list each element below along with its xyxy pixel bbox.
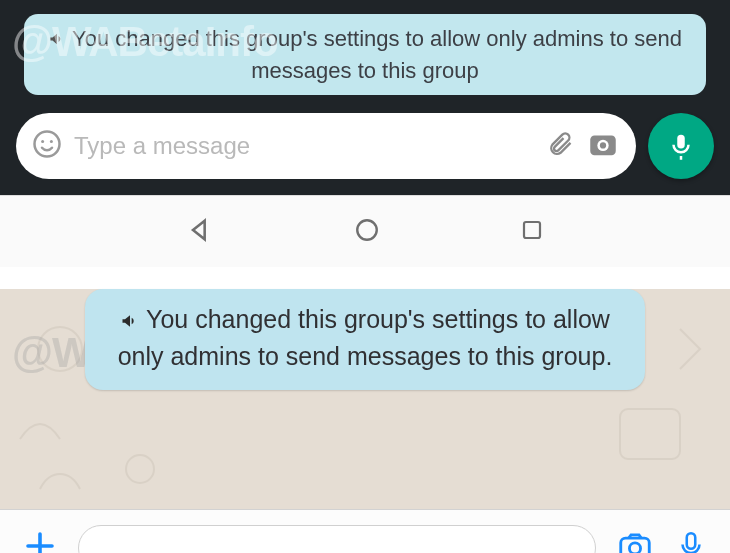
svg-point-6 (357, 220, 377, 240)
megaphone-icon (120, 306, 140, 340)
nav-back-icon[interactable] (186, 216, 214, 248)
camera-icon[interactable] (586, 127, 620, 165)
svg-rect-9 (620, 409, 680, 459)
svg-point-10 (126, 455, 154, 483)
svg-point-12 (629, 543, 640, 553)
system-message-text: You changed this group's settings to all… (72, 26, 682, 83)
svg-rect-11 (621, 538, 650, 553)
nav-recent-icon[interactable] (520, 218, 544, 246)
megaphone-icon (48, 26, 66, 56)
android-nav-bar (0, 195, 730, 267)
system-message-bubble: You changed this group's settings to all… (85, 289, 645, 390)
svg-rect-13 (687, 533, 696, 549)
android-chat-area: @WABetaInfo You changed this group's set… (0, 0, 730, 195)
svg-point-1 (41, 140, 44, 143)
system-message-bubble: You changed this group's settings to all… (24, 14, 706, 95)
attachment-icon[interactable] (546, 130, 574, 162)
svg-point-8 (38, 327, 82, 371)
ios-chat-area: @WABetaInfo You changed this group's set… (0, 289, 730, 509)
camera-icon[interactable] (616, 527, 654, 553)
svg-point-0 (35, 132, 60, 157)
message-input[interactable] (78, 525, 596, 553)
voice-record-button[interactable] (648, 113, 714, 179)
message-placeholder: Type a message (74, 132, 534, 160)
message-input[interactable]: Type a message (16, 113, 636, 179)
system-message-text: You changed this group's settings to all… (118, 305, 613, 370)
add-button[interactable] (22, 528, 58, 553)
emoji-icon[interactable] (32, 129, 62, 163)
svg-point-2 (50, 140, 53, 143)
microphone-icon[interactable] (674, 529, 708, 553)
microphone-icon (666, 131, 696, 161)
svg-point-5 (600, 143, 606, 149)
message-input-row: Type a message (16, 113, 714, 179)
ios-input-bar (0, 509, 730, 553)
nav-home-icon[interactable] (354, 217, 380, 247)
svg-rect-7 (524, 222, 540, 238)
